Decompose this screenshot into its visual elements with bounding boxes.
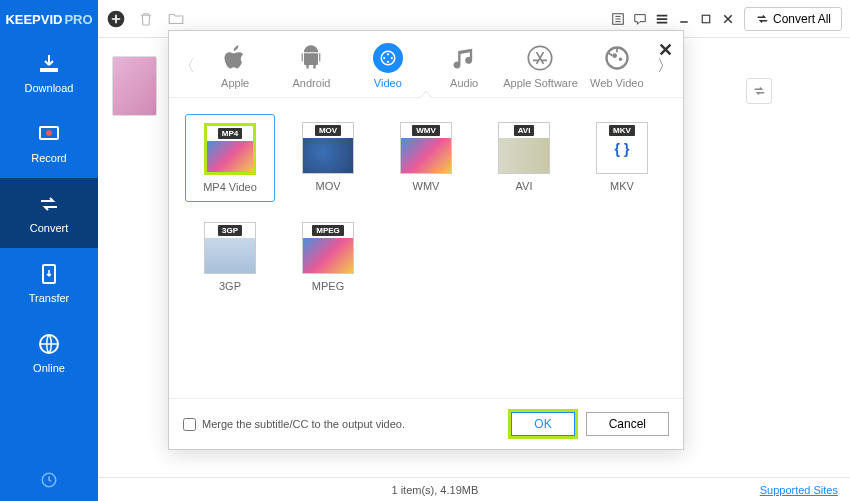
format-tag: 3GP [218, 225, 242, 236]
trash-icon [137, 10, 155, 28]
app-store-icon [526, 44, 554, 72]
tab-label: Android [293, 77, 331, 89]
sidebar-item-label: Transfer [29, 292, 70, 304]
sidebar-item-convert[interactable]: Convert [0, 178, 98, 248]
clock-icon[interactable] [40, 471, 58, 489]
format-mpeg[interactable]: MPEG MPEG [283, 214, 373, 300]
logo-suffix: PRO [64, 12, 92, 27]
android-icon [297, 44, 325, 72]
merge-label: Merge the subtitle/CC to the output vide… [202, 418, 405, 430]
list-icon[interactable] [610, 11, 626, 27]
delete-button [136, 9, 156, 29]
tab-apple[interactable]: Apple [197, 43, 273, 89]
format-label: 3GP [219, 280, 241, 292]
add-button[interactable] [106, 9, 126, 29]
ok-highlight: OK [508, 409, 577, 439]
format-tabs: 〈 Apple Android Video Audio Apple Softwa… [169, 31, 683, 98]
format-label: AVI [516, 180, 533, 192]
refresh-icon [752, 84, 766, 98]
merge-checkbox-input[interactable] [183, 418, 196, 431]
tab-label: Web Video [590, 77, 643, 89]
modal-footer: Merge the subtitle/CC to the output vide… [169, 398, 683, 449]
sidebar-item-label: Convert [30, 222, 69, 234]
supported-sites-link[interactable]: Supported Sites [760, 484, 838, 496]
svg-point-12 [383, 57, 385, 59]
tab-label: Video [374, 77, 402, 89]
minimize-button[interactable] [676, 11, 692, 27]
tab-label: Audio [450, 77, 478, 89]
globe-icon [37, 332, 61, 356]
maximize-button[interactable] [698, 11, 714, 27]
format-tag: WMV [412, 125, 440, 136]
format-label: MKV [610, 180, 634, 192]
sidebar-item-label: Record [31, 152, 66, 164]
convert-all-button[interactable]: Convert All [744, 7, 842, 31]
status-bar: 1 item(s), 4.19MB Supported Sites [98, 477, 850, 501]
folder-button [166, 9, 186, 29]
transfer-icon [37, 262, 61, 286]
menu-icon[interactable] [654, 11, 670, 27]
format-avi[interactable]: AVI AVI [479, 114, 569, 202]
svg-rect-7 [702, 15, 710, 23]
logo-brand: KEEPVID [5, 12, 62, 27]
music-icon [450, 44, 478, 72]
format-mp4[interactable]: MP4 MP4 Video [185, 114, 275, 202]
format-mov[interactable]: MOV MOV [283, 114, 373, 202]
svg-point-16 [619, 57, 623, 60]
format-label: WMV [413, 180, 440, 192]
format-label: MOV [315, 180, 340, 192]
sidebar-item-record[interactable]: Record [0, 108, 98, 178]
format-label: MP4 Video [203, 181, 257, 193]
plus-circle-icon [106, 8, 126, 30]
convert-all-icon [755, 12, 769, 26]
svg-point-1 [46, 130, 52, 136]
sidebar: KEEPVIDPRO Download Record Convert Trans… [0, 0, 98, 501]
format-modal: ✕ 〈 Apple Android Video Audio Apple Soft… [168, 30, 684, 450]
format-tag: MKV [609, 125, 635, 136]
ok-button[interactable]: OK [511, 412, 574, 436]
app-logo: KEEPVIDPRO [0, 0, 98, 38]
svg-point-11 [387, 61, 389, 63]
convert-icon [37, 192, 61, 216]
format-wmv[interactable]: WMV WMV [381, 114, 471, 202]
format-tag: MPEG [312, 225, 344, 236]
tab-video[interactable]: Video [350, 43, 426, 89]
svg-point-9 [387, 53, 389, 55]
video-thumbnail[interactable] [112, 56, 157, 116]
apple-icon [221, 44, 249, 72]
download-icon [37, 52, 61, 76]
svg-point-10 [390, 57, 392, 59]
feedback-icon[interactable] [632, 11, 648, 27]
film-reel-icon [379, 49, 397, 67]
tabs-prev-button[interactable]: 〈 [177, 56, 197, 77]
status-summary: 1 item(s), 4.19MB [110, 484, 760, 496]
svg-point-15 [612, 53, 617, 58]
merge-subtitle-checkbox[interactable]: Merge the subtitle/CC to the output vide… [183, 418, 405, 431]
tab-android[interactable]: Android [273, 43, 349, 89]
sidebar-item-online[interactable]: Online [0, 318, 98, 388]
cancel-button[interactable]: Cancel [586, 412, 669, 436]
tab-label: Apple [221, 77, 249, 89]
format-grid: MP4 MP4 Video MOV MOV WMV WMV AVI AVI MK… [169, 98, 683, 308]
sidebar-item-label: Online [33, 362, 65, 374]
record-icon [37, 122, 61, 146]
sidebar-item-label: Download [25, 82, 74, 94]
close-button[interactable] [720, 11, 736, 27]
format-3gp[interactable]: 3GP 3GP [185, 214, 275, 300]
format-tag: MOV [315, 125, 341, 136]
sidebar-item-transfer[interactable]: Transfer [0, 248, 98, 318]
convert-all-label: Convert All [773, 12, 831, 26]
tabs-next-button[interactable]: 〉 [655, 56, 675, 77]
sidebar-bottom [0, 471, 98, 493]
format-tag: MP4 [218, 128, 242, 139]
tab-apple-software[interactable]: Apple Software [502, 43, 578, 89]
tab-audio[interactable]: Audio [426, 43, 502, 89]
web-video-icon [603, 44, 631, 72]
tab-web-video[interactable]: Web Video [579, 43, 655, 89]
sidebar-item-download[interactable]: Download [0, 38, 98, 108]
folder-icon [167, 10, 185, 28]
format-tag: AVI [514, 125, 535, 136]
tab-label: Apple Software [503, 77, 578, 89]
refresh-format-button[interactable] [746, 78, 772, 104]
format-mkv[interactable]: MKV MKV [577, 114, 667, 202]
